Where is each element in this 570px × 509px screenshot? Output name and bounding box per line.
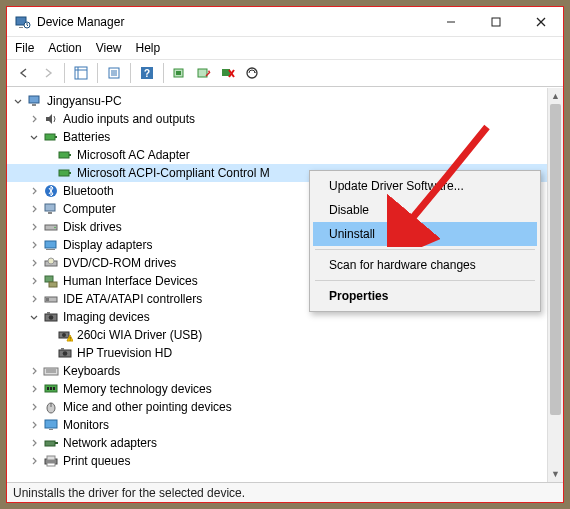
status-text: Uninstalls the driver for the selected d… [13, 486, 245, 500]
tree-item-audio[interactable]: Audio inputs and outputs [7, 110, 547, 128]
update-driver-toolbar-button[interactable] [169, 62, 191, 84]
expand-icon[interactable] [27, 202, 41, 216]
expand-icon[interactable] [27, 364, 41, 378]
svg-rect-30 [69, 172, 71, 174]
svg-rect-23 [29, 96, 39, 103]
maximize-button[interactable] [473, 7, 518, 36]
expand-icon[interactable] [27, 418, 41, 432]
scan-hardware-button[interactable] [241, 62, 263, 84]
tree-item-batteries[interactable]: Batteries [7, 128, 547, 146]
tree-item-monitors[interactable]: Monitors [7, 416, 547, 434]
ctx-disable[interactable]: Disable [313, 198, 537, 222]
ctx-update-driver[interactable]: Update Driver Software... [313, 174, 537, 198]
hid-icon [43, 273, 59, 289]
svg-rect-43 [46, 298, 49, 301]
collapse-icon[interactable] [27, 310, 41, 324]
menu-action[interactable]: Action [48, 41, 81, 55]
context-menu: Update Driver Software... Disable Uninst… [309, 170, 541, 312]
vertical-scrollbar[interactable]: ▲ ▼ [547, 88, 563, 482]
camera-warning-icon: ! [57, 327, 73, 343]
collapse-icon[interactable] [11, 94, 25, 108]
toolbar-separator [64, 63, 65, 83]
svg-rect-59 [53, 387, 55, 390]
mouse-icon [43, 399, 59, 415]
expand-icon[interactable] [27, 274, 41, 288]
disable-toolbar-button[interactable] [193, 62, 215, 84]
svg-rect-1 [19, 27, 23, 28]
scroll-up-icon[interactable]: ▲ [548, 88, 563, 104]
computer-icon [27, 93, 43, 109]
expand-icon[interactable] [27, 112, 41, 126]
menubar: File Action View Help [7, 37, 563, 59]
window-title: Device Manager [37, 15, 124, 29]
svg-rect-24 [32, 104, 36, 106]
svg-rect-40 [45, 276, 53, 282]
properties-toolbar-button[interactable] [103, 62, 125, 84]
network-icon [43, 435, 59, 451]
uninstall-toolbar-button[interactable] [217, 62, 239, 84]
expand-icon[interactable] [27, 400, 41, 414]
svg-point-39 [48, 258, 54, 264]
expand-icon[interactable] [27, 436, 41, 450]
expand-icon[interactable] [27, 256, 41, 270]
ctx-scan[interactable]: Scan for hardware changes [313, 253, 537, 277]
svg-rect-62 [45, 420, 57, 428]
menu-file[interactable]: File [15, 41, 34, 55]
ide-icon [43, 291, 59, 307]
expand-icon[interactable] [27, 238, 41, 252]
menu-view[interactable]: View [96, 41, 122, 55]
svg-rect-29 [59, 170, 69, 176]
memory-icon [43, 381, 59, 397]
expand-icon[interactable] [27, 292, 41, 306]
back-button[interactable] [13, 62, 35, 84]
expand-icon[interactable] [27, 184, 41, 198]
battery-icon [57, 147, 73, 163]
collapse-icon[interactable] [27, 130, 41, 144]
svg-rect-4 [492, 18, 500, 26]
tree-item-imaging-wia[interactable]: ! 260ci WIA Driver (USB) [7, 326, 547, 344]
tree-item-memory[interactable]: Memory technology devices [7, 380, 547, 398]
svg-rect-58 [50, 387, 52, 390]
svg-rect-33 [48, 212, 52, 214]
svg-point-45 [49, 315, 54, 320]
tree-item-keyboards[interactable]: Keyboards [7, 362, 547, 380]
expand-icon[interactable] [27, 220, 41, 234]
ctx-separator [315, 280, 535, 281]
menu-help[interactable]: Help [136, 41, 161, 55]
svg-rect-7 [75, 67, 87, 79]
app-icon [15, 14, 31, 30]
ctx-properties[interactable]: Properties [313, 284, 537, 308]
expand-icon[interactable] [27, 454, 41, 468]
svg-rect-17 [176, 71, 181, 75]
keyboard-icon [43, 363, 59, 379]
scroll-track[interactable] [548, 104, 563, 466]
toolbar-separator [130, 63, 131, 83]
svg-rect-32 [45, 204, 55, 211]
tree-item-mice[interactable]: Mice and other pointing devices [7, 398, 547, 416]
svg-rect-25 [45, 134, 55, 140]
forward-button[interactable] [37, 62, 59, 84]
toolbar-separator [97, 63, 98, 83]
tree-item-print[interactable]: Print queues [7, 452, 547, 470]
scroll-thumb[interactable] [550, 104, 561, 415]
minimize-button[interactable] [428, 7, 473, 36]
display-adapter-icon [43, 237, 59, 253]
tree-root[interactable]: Jingyansu-PC [7, 92, 547, 110]
svg-text:?: ? [144, 68, 150, 79]
toolbar-separator [163, 63, 164, 83]
toolbar: ? [7, 59, 563, 87]
drive-icon [43, 219, 59, 235]
close-button[interactable] [518, 7, 563, 36]
tree-item-network[interactable]: Network adapters [7, 434, 547, 452]
expand-icon[interactable] [27, 382, 41, 396]
tree-item-battery-ac[interactable]: Microsoft AC Adapter [7, 146, 547, 164]
svg-rect-36 [45, 241, 56, 248]
svg-rect-27 [59, 152, 69, 158]
device-manager-window: Device Manager File Action View Help ? [6, 6, 564, 503]
show-hide-tree-button[interactable] [70, 62, 92, 84]
scroll-down-icon[interactable]: ▼ [548, 466, 563, 482]
tree-item-imaging-hp[interactable]: HP Truevision HD [7, 344, 547, 362]
camera-icon [57, 345, 73, 361]
help-toolbar-button[interactable]: ? [136, 62, 158, 84]
ctx-uninstall[interactable]: Uninstall [313, 222, 537, 246]
